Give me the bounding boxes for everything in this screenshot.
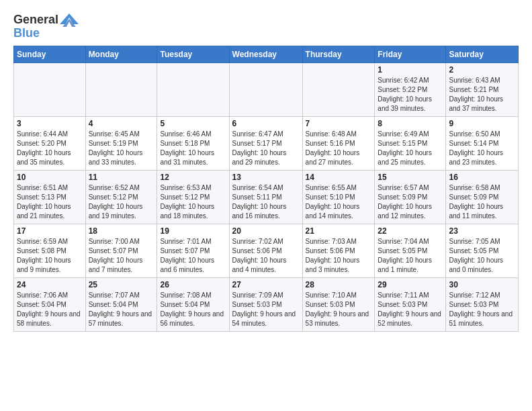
calendar-cell: 14Sunrise: 6:55 AM Sunset: 5:10 PM Dayli… — [302, 170, 375, 224]
calendar-cell: 12Sunrise: 6:53 AM Sunset: 5:12 PM Dayli… — [157, 170, 229, 224]
calendar-cell: 26Sunrise: 7:08 AM Sunset: 5:04 PM Dayli… — [157, 277, 229, 331]
day-info: Sunrise: 7:02 AM Sunset: 5:06 PM Dayligh… — [232, 237, 300, 275]
calendar-cell — [229, 62, 302, 116]
header-thursday: Thursday — [302, 46, 375, 62]
day-number: 21 — [306, 226, 372, 236]
day-info: Sunrise: 6:49 AM Sunset: 5:15 PM Dayligh… — [378, 130, 443, 167]
calendar-cell: 29Sunrise: 7:11 AM Sunset: 5:03 PM Dayli… — [375, 277, 446, 331]
calendar-cell: 19Sunrise: 7:01 AM Sunset: 5:07 PM Dayli… — [157, 224, 229, 277]
day-number: 3 — [17, 119, 83, 128]
day-number: 22 — [378, 226, 443, 236]
calendar-cell — [85, 62, 157, 116]
calendar-cell: 8Sunrise: 6:49 AM Sunset: 5:15 PM Daylig… — [375, 116, 446, 170]
day-info: Sunrise: 6:53 AM Sunset: 5:12 PM Dayligh… — [160, 183, 226, 221]
header-sunday: Sunday — [14, 46, 86, 62]
day-number: 14 — [306, 173, 372, 182]
header-monday: Monday — [85, 46, 157, 62]
day-number: 1 — [378, 65, 443, 75]
logo-subtext: Blue — [13, 26, 40, 40]
calendar-week-row: 17Sunrise: 6:59 AM Sunset: 5:08 PM Dayli… — [14, 224, 519, 277]
calendar-cell: 18Sunrise: 7:00 AM Sunset: 5:07 PM Dayli… — [85, 224, 157, 277]
day-info: Sunrise: 6:44 AM Sunset: 5:20 PM Dayligh… — [17, 130, 83, 167]
day-number: 15 — [378, 173, 443, 182]
calendar-cell: 17Sunrise: 6:59 AM Sunset: 5:08 PM Dayli… — [14, 224, 86, 277]
day-number: 26 — [160, 280, 226, 289]
calendar-cell: 25Sunrise: 7:07 AM Sunset: 5:04 PM Dayli… — [85, 277, 157, 331]
day-number: 29 — [378, 280, 443, 289]
calendar-cell: 24Sunrise: 7:06 AM Sunset: 5:04 PM Dayli… — [14, 277, 86, 331]
logo-icon — [60, 12, 79, 27]
logo-text: General — [13, 13, 58, 27]
day-info: Sunrise: 7:11 AM Sunset: 5:03 PM Dayligh… — [378, 291, 443, 328]
calendar-cell: 6Sunrise: 6:47 AM Sunset: 5:17 PM Daylig… — [229, 116, 302, 170]
calendar-cell: 30Sunrise: 7:12 AM Sunset: 5:03 PM Dayli… — [446, 277, 519, 331]
logo: General Blue — [13, 13, 79, 40]
day-number: 8 — [378, 119, 443, 128]
calendar-cell — [157, 62, 229, 116]
day-number: 19 — [160, 226, 226, 236]
day-info: Sunrise: 7:01 AM Sunset: 5:07 PM Dayligh… — [160, 237, 226, 275]
day-number: 11 — [89, 173, 154, 182]
calendar-cell: 22Sunrise: 7:04 AM Sunset: 5:05 PM Dayli… — [375, 224, 446, 277]
calendar-header-row: SundayMondayTuesdayWednesdayThursdayFrid… — [14, 46, 519, 62]
day-number: 17 — [17, 226, 83, 236]
day-info: Sunrise: 7:05 AM Sunset: 5:05 PM Dayligh… — [449, 237, 515, 275]
header-friday: Friday — [375, 46, 446, 62]
day-info: Sunrise: 6:46 AM Sunset: 5:18 PM Dayligh… — [160, 130, 226, 167]
day-number: 13 — [232, 173, 300, 182]
page-header: General Blue — [13, 11, 519, 40]
calendar-cell: 11Sunrise: 6:52 AM Sunset: 5:12 PM Dayli… — [85, 170, 157, 224]
calendar-week-row: 24Sunrise: 7:06 AM Sunset: 5:04 PM Dayli… — [14, 277, 519, 331]
calendar-cell: 13Sunrise: 6:54 AM Sunset: 5:11 PM Dayli… — [229, 170, 302, 224]
calendar-cell — [14, 62, 86, 116]
day-number: 28 — [306, 280, 372, 289]
day-info: Sunrise: 6:52 AM Sunset: 5:12 PM Dayligh… — [89, 183, 154, 221]
calendar-cell: 28Sunrise: 7:10 AM Sunset: 5:03 PM Dayli… — [302, 277, 375, 331]
day-info: Sunrise: 6:57 AM Sunset: 5:09 PM Dayligh… — [378, 183, 443, 221]
day-info: Sunrise: 7:00 AM Sunset: 5:07 PM Dayligh… — [89, 237, 154, 275]
day-number: 16 — [449, 173, 515, 182]
calendar-cell: 7Sunrise: 6:48 AM Sunset: 5:16 PM Daylig… — [302, 116, 375, 170]
calendar-cell: 27Sunrise: 7:09 AM Sunset: 5:03 PM Dayli… — [229, 277, 302, 331]
day-number: 20 — [232, 226, 300, 236]
day-info: Sunrise: 6:42 AM Sunset: 5:22 PM Dayligh… — [378, 76, 443, 113]
calendar-cell: 20Sunrise: 7:02 AM Sunset: 5:06 PM Dayli… — [229, 224, 302, 277]
day-info: Sunrise: 6:59 AM Sunset: 5:08 PM Dayligh… — [17, 237, 83, 275]
calendar-cell: 15Sunrise: 6:57 AM Sunset: 5:09 PM Dayli… — [375, 170, 446, 224]
day-number: 9 — [449, 119, 515, 128]
calendar-cell: 3Sunrise: 6:44 AM Sunset: 5:20 PM Daylig… — [14, 116, 86, 170]
day-info: Sunrise: 6:54 AM Sunset: 5:11 PM Dayligh… — [232, 183, 300, 221]
day-number: 10 — [17, 173, 83, 182]
day-number: 6 — [232, 119, 300, 128]
day-info: Sunrise: 7:07 AM Sunset: 5:04 PM Dayligh… — [89, 291, 154, 328]
calendar-week-row: 1Sunrise: 6:42 AM Sunset: 5:22 PM Daylig… — [14, 62, 519, 116]
day-info: Sunrise: 6:48 AM Sunset: 5:16 PM Dayligh… — [306, 130, 372, 167]
day-info: Sunrise: 7:08 AM Sunset: 5:04 PM Dayligh… — [160, 291, 226, 328]
day-info: Sunrise: 6:45 AM Sunset: 5:19 PM Dayligh… — [89, 130, 154, 167]
day-number: 2 — [449, 65, 515, 75]
day-info: Sunrise: 7:09 AM Sunset: 5:03 PM Dayligh… — [232, 291, 300, 328]
calendar-cell: 4Sunrise: 6:45 AM Sunset: 5:19 PM Daylig… — [85, 116, 157, 170]
day-number: 30 — [449, 280, 515, 289]
day-info: Sunrise: 7:10 AM Sunset: 5:03 PM Dayligh… — [306, 291, 372, 328]
day-number: 5 — [160, 119, 226, 128]
header-tuesday: Tuesday — [157, 46, 229, 62]
calendar-cell: 1Sunrise: 6:42 AM Sunset: 5:22 PM Daylig… — [375, 62, 446, 116]
day-info: Sunrise: 6:51 AM Sunset: 5:13 PM Dayligh… — [17, 183, 83, 221]
day-info: Sunrise: 6:43 AM Sunset: 5:21 PM Dayligh… — [449, 76, 515, 113]
calendar-cell: 9Sunrise: 6:50 AM Sunset: 5:14 PM Daylig… — [446, 116, 519, 170]
day-info: Sunrise: 7:06 AM Sunset: 5:04 PM Dayligh… — [17, 291, 83, 328]
day-number: 24 — [17, 280, 83, 289]
calendar-cell — [302, 62, 375, 116]
day-number: 4 — [89, 119, 154, 128]
day-number: 7 — [306, 119, 372, 128]
day-info: Sunrise: 6:47 AM Sunset: 5:17 PM Dayligh… — [232, 130, 300, 167]
day-number: 25 — [89, 280, 154, 289]
day-info: Sunrise: 6:58 AM Sunset: 5:09 PM Dayligh… — [449, 183, 515, 221]
day-number: 23 — [449, 226, 515, 236]
day-number: 18 — [89, 226, 154, 236]
day-info: Sunrise: 7:04 AM Sunset: 5:05 PM Dayligh… — [378, 237, 443, 275]
calendar-cell: 10Sunrise: 6:51 AM Sunset: 5:13 PM Dayli… — [14, 170, 86, 224]
calendar-week-row: 10Sunrise: 6:51 AM Sunset: 5:13 PM Dayli… — [14, 170, 519, 224]
day-number: 12 — [160, 173, 226, 182]
